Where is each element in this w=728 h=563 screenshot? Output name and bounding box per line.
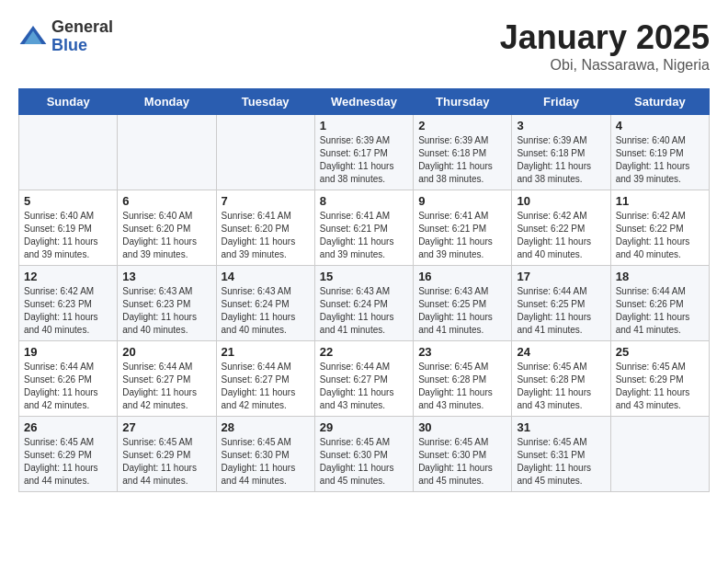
day-info: Sunrise: 6:45 AMSunset: 6:28 PMDaylight:… (418, 361, 506, 412)
calendar-day-cell: 16Sunrise: 6:43 AMSunset: 6:25 PMDayligh… (414, 266, 512, 341)
calendar-day-cell (610, 417, 709, 492)
calendar-day-cell: 19Sunrise: 6:44 AMSunset: 6:26 PMDayligh… (19, 341, 118, 417)
calendar-day-cell: 1Sunrise: 6:39 AMSunset: 6:17 PMDaylight… (314, 115, 413, 190)
day-info: Sunrise: 6:44 AMSunset: 6:25 PMDaylight:… (517, 285, 605, 337)
day-number: 31 (517, 420, 605, 434)
day-info: Sunrise: 6:41 AMSunset: 6:21 PMDaylight:… (320, 210, 408, 261)
day-number: 1 (320, 119, 408, 132)
day-number: 11 (616, 194, 704, 208)
day-number: 5 (24, 194, 112, 208)
day-number: 4 (616, 119, 704, 132)
day-number: 28 (222, 420, 310, 434)
day-info: Sunrise: 6:45 AMSunset: 6:30 PMDaylight:… (418, 436, 506, 488)
calendar-day-cell: 5Sunrise: 6:40 AMSunset: 6:19 PMDaylight… (19, 190, 118, 266)
calendar-day-cell: 3Sunrise: 6:39 AMSunset: 6:18 PMDaylight… (512, 115, 610, 190)
day-info: Sunrise: 6:45 AMSunset: 6:30 PMDaylight:… (320, 436, 408, 488)
logo-general: General (51, 18, 113, 37)
day-info: Sunrise: 6:44 AMSunset: 6:27 PMDaylight:… (222, 361, 310, 412)
weekday-header: Monday (118, 89, 216, 115)
calendar-day-cell: 27Sunrise: 6:45 AMSunset: 6:29 PMDayligh… (118, 417, 216, 492)
day-info: Sunrise: 6:45 AMSunset: 6:28 PMDaylight:… (517, 361, 605, 412)
calendar-day-cell: 30Sunrise: 6:45 AMSunset: 6:30 PMDayligh… (414, 417, 512, 492)
day-info: Sunrise: 6:42 AMSunset: 6:22 PMDaylight:… (517, 210, 605, 261)
day-info: Sunrise: 6:45 AMSunset: 6:30 PMDaylight:… (222, 436, 310, 488)
calendar-day-cell: 26Sunrise: 6:45 AMSunset: 6:29 PMDayligh… (19, 417, 118, 492)
day-info: Sunrise: 6:40 AMSunset: 6:19 PMDaylight:… (24, 210, 112, 261)
day-number: 6 (122, 194, 210, 208)
day-info: Sunrise: 6:45 AMSunset: 6:29 PMDaylight:… (122, 436, 210, 488)
day-number: 13 (122, 270, 210, 283)
weekday-header: Wednesday (314, 89, 413, 115)
calendar-day-cell: 28Sunrise: 6:45 AMSunset: 6:30 PMDayligh… (216, 417, 314, 492)
calendar-week-row: 5Sunrise: 6:40 AMSunset: 6:19 PMDaylight… (19, 190, 710, 266)
day-info: Sunrise: 6:39 AMSunset: 6:18 PMDaylight:… (418, 134, 506, 186)
calendar-day-cell: 24Sunrise: 6:45 AMSunset: 6:28 PMDayligh… (512, 341, 610, 417)
day-number: 29 (320, 420, 408, 434)
day-info: Sunrise: 6:44 AMSunset: 6:26 PMDaylight:… (616, 285, 704, 337)
day-number: 30 (418, 420, 506, 434)
weekday-header: Saturday (610, 89, 709, 115)
weekday-header: Thursday (414, 89, 512, 115)
logo: General Blue (18, 18, 113, 55)
logo-blue: Blue (51, 37, 113, 55)
day-info: Sunrise: 6:40 AMSunset: 6:20 PMDaylight:… (122, 210, 210, 261)
day-number: 10 (517, 194, 605, 208)
calendar-day-cell: 20Sunrise: 6:44 AMSunset: 6:27 PMDayligh… (118, 341, 216, 417)
day-number: 9 (418, 194, 506, 208)
day-info: Sunrise: 6:44 AMSunset: 6:26 PMDaylight:… (24, 361, 112, 412)
calendar-week-row: 12Sunrise: 6:42 AMSunset: 6:23 PMDayligh… (19, 266, 710, 341)
day-number: 27 (122, 420, 210, 434)
calendar-day-cell (19, 115, 118, 190)
calendar-day-cell: 25Sunrise: 6:45 AMSunset: 6:29 PMDayligh… (610, 341, 709, 417)
day-number: 22 (320, 345, 408, 359)
calendar-week-row: 19Sunrise: 6:44 AMSunset: 6:26 PMDayligh… (19, 341, 710, 417)
calendar-subtitle: Obi, Nassarawa, Nigeria (500, 57, 710, 74)
calendar-day-cell: 2Sunrise: 6:39 AMSunset: 6:18 PMDaylight… (414, 115, 512, 190)
calendar-week-row: 26Sunrise: 6:45 AMSunset: 6:29 PMDayligh… (19, 417, 710, 492)
calendar-day-cell: 10Sunrise: 6:42 AMSunset: 6:22 PMDayligh… (512, 190, 610, 266)
title-section: January 2025 Obi, Nassarawa, Nigeria (500, 18, 710, 74)
calendar-day-cell: 13Sunrise: 6:43 AMSunset: 6:23 PMDayligh… (118, 266, 216, 341)
calendar-day-cell: 31Sunrise: 6:45 AMSunset: 6:31 PMDayligh… (512, 417, 610, 492)
day-number: 14 (222, 270, 310, 283)
day-number: 19 (24, 345, 112, 359)
calendar-day-cell: 18Sunrise: 6:44 AMSunset: 6:26 PMDayligh… (610, 266, 709, 341)
calendar-day-cell (118, 115, 216, 190)
day-number: 2 (418, 119, 506, 132)
weekday-header-row: SundayMondayTuesdayWednesdayThursdayFrid… (19, 89, 710, 115)
weekday-header: Tuesday (216, 89, 314, 115)
day-number: 24 (517, 345, 605, 359)
calendar-day-cell: 23Sunrise: 6:45 AMSunset: 6:28 PMDayligh… (414, 341, 512, 417)
calendar-day-cell: 9Sunrise: 6:41 AMSunset: 6:21 PMDaylight… (414, 190, 512, 266)
day-info: Sunrise: 6:45 AMSunset: 6:29 PMDaylight:… (24, 436, 112, 488)
calendar-day-cell: 4Sunrise: 6:40 AMSunset: 6:19 PMDaylight… (610, 115, 709, 190)
day-number: 18 (616, 270, 704, 283)
calendar-day-cell: 11Sunrise: 6:42 AMSunset: 6:22 PMDayligh… (610, 190, 709, 266)
calendar-day-cell: 15Sunrise: 6:43 AMSunset: 6:24 PMDayligh… (314, 266, 413, 341)
day-number: 7 (222, 194, 310, 208)
calendar-day-cell: 8Sunrise: 6:41 AMSunset: 6:21 PMDaylight… (314, 190, 413, 266)
day-info: Sunrise: 6:39 AMSunset: 6:17 PMDaylight:… (320, 134, 408, 186)
day-info: Sunrise: 6:40 AMSunset: 6:19 PMDaylight:… (616, 134, 704, 186)
calendar-day-cell: 17Sunrise: 6:44 AMSunset: 6:25 PMDayligh… (512, 266, 610, 341)
day-info: Sunrise: 6:43 AMSunset: 6:24 PMDaylight:… (320, 285, 408, 337)
day-number: 17 (517, 270, 605, 283)
calendar-day-cell: 6Sunrise: 6:40 AMSunset: 6:20 PMDaylight… (118, 190, 216, 266)
day-number: 12 (24, 270, 112, 283)
weekday-header: Friday (512, 89, 610, 115)
logo-text: General Blue (51, 18, 113, 55)
calendar-day-cell (216, 115, 314, 190)
calendar-day-cell: 29Sunrise: 6:45 AMSunset: 6:30 PMDayligh… (314, 417, 413, 492)
day-number: 15 (320, 270, 408, 283)
day-info: Sunrise: 6:43 AMSunset: 6:25 PMDaylight:… (418, 285, 506, 337)
day-number: 8 (320, 194, 408, 208)
calendar-day-cell: 14Sunrise: 6:43 AMSunset: 6:24 PMDayligh… (216, 266, 314, 341)
day-number: 21 (222, 345, 310, 359)
day-info: Sunrise: 6:41 AMSunset: 6:21 PMDaylight:… (418, 210, 506, 261)
day-number: 23 (418, 345, 506, 359)
calendar-day-cell: 7Sunrise: 6:41 AMSunset: 6:20 PMDaylight… (216, 190, 314, 266)
calendar-day-cell: 21Sunrise: 6:44 AMSunset: 6:27 PMDayligh… (216, 341, 314, 417)
day-info: Sunrise: 6:41 AMSunset: 6:20 PMDaylight:… (222, 210, 310, 261)
day-number: 25 (616, 345, 704, 359)
day-number: 3 (517, 119, 605, 132)
